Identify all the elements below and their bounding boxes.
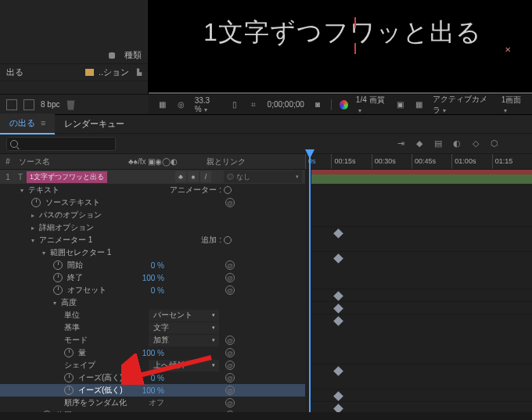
keyframe-icon[interactable] (333, 391, 343, 401)
brainstorm-icon[interactable]: ⬡ (488, 138, 501, 150)
prop-more-options[interactable]: ▸詳細オプション (0, 221, 305, 234)
value-offset[interactable]: 0 % (151, 286, 164, 295)
keyframe-icon[interactable] (333, 366, 343, 376)
keyframe-icon[interactable] (333, 316, 343, 326)
bpc-button[interactable]: 8 bpc (41, 100, 59, 109)
expression-pickwhip-icon[interactable]: @ (225, 373, 235, 382)
twirl-icon[interactable]: ▾ (20, 187, 28, 194)
layer-switches[interactable]: ♣♠/ (175, 171, 211, 182)
prop-randomize[interactable]: 順序をランダム化オフ@ (0, 397, 305, 409)
twirl-icon[interactable]: ▸ (31, 224, 39, 232)
units-dropdown[interactable]: パーセント (149, 310, 219, 321)
channel-icon[interactable] (340, 100, 348, 109)
expression-pickwhip-icon[interactable]: @ (225, 398, 235, 407)
expression-pickwhip-icon[interactable]: @ (225, 361, 235, 370)
new-comp-icon[interactable] (23, 99, 34, 110)
prop-amount[interactable]: 量100 %@ (0, 346, 305, 359)
search-input[interactable] (6, 137, 116, 151)
twirl-icon[interactable]: ▾ (31, 237, 39, 244)
twirl-icon[interactable]: ▾ (42, 249, 50, 257)
guides-icon[interactable]: ⌗ (248, 99, 259, 110)
layer-row[interactable]: 1 T 1文字ずつフワッと出る ♣♠/ ◎ なし (0, 170, 305, 184)
mode-dropdown[interactable]: 加算 (149, 335, 219, 346)
col-source[interactable]: ソース名 (16, 156, 125, 167)
project-item[interactable]: 出る ..ション ▙ (0, 64, 148, 81)
prop-units[interactable]: 単位パーセント (0, 309, 305, 321)
prop-based-on[interactable]: 基準文字 (0, 321, 305, 334)
grid-icon[interactable]: ▯ (229, 99, 240, 110)
value-ease-high[interactable]: 0 % (151, 374, 164, 382)
expression-pickwhip-icon[interactable]: @ (225, 285, 235, 295)
toggle-alpha-icon[interactable]: ▦ (156, 99, 167, 110)
current-time[interactable]: 0;00;00;00 (268, 100, 304, 109)
roi-icon[interactable]: ▣ (394, 99, 405, 110)
expression-pickwhip-icon[interactable]: @ (225, 348, 235, 357)
add-property-button[interactable]: 追加 : (201, 235, 232, 246)
keyframe-icon[interactable] (333, 228, 343, 239)
bin-icon[interactable] (6, 99, 17, 110)
prop-mode[interactable]: モード加算@ (0, 334, 305, 346)
value-ease-low[interactable]: 100 % (142, 386, 164, 395)
graph-editor-icon[interactable]: ◇ (469, 138, 482, 150)
twirl-icon[interactable]: ▾ (53, 300, 61, 307)
shape-dropdown[interactable]: 上へ傾斜 (149, 360, 219, 372)
toggle-mask-icon[interactable]: ◎ (175, 99, 186, 110)
parent-dropdown[interactable]: ◎ なし (224, 171, 302, 183)
prop-source-text[interactable]: ソーステキスト@ (0, 196, 305, 209)
timeline-toolbar: ⇥ ◆ ▤ ◐ ◇ ⬡ (0, 134, 532, 154)
zoom-dropdown[interactable]: 33.3 % (195, 96, 221, 113)
shy-icon[interactable]: ⇥ (394, 138, 407, 150)
prop-advanced[interactable]: ▾高度 (0, 296, 305, 309)
expression-pickwhip-icon[interactable]: @ (225, 273, 235, 282)
stopwatch-icon[interactable] (64, 386, 74, 395)
value-end[interactable]: 100 % (142, 274, 164, 282)
prop-offset[interactable]: オフセット0 %@ (0, 284, 305, 296)
twirl-icon[interactable]: ▸ (31, 212, 39, 219)
time-ruler[interactable]: 0s 00:15s 00:30s 00:45s 01:00s 01:15 (305, 154, 532, 170)
expression-pickwhip-icon[interactable]: @ (225, 336, 235, 345)
stopwatch-icon[interactable] (53, 273, 63, 282)
keyframe-icon[interactable] (333, 303, 343, 314)
prop-path-options[interactable]: ▸パスのオプション (0, 209, 305, 221)
comp-button-icon[interactable]: ◆ (413, 138, 426, 150)
stopwatch-icon[interactable] (31, 198, 41, 207)
stopwatch-icon[interactable] (64, 373, 74, 382)
expression-pickwhip-icon[interactable]: @ (225, 386, 235, 395)
snapshot-icon[interactable]: ◙ (312, 99, 323, 110)
track-area[interactable] (305, 170, 532, 412)
stopwatch-icon[interactable] (64, 348, 74, 357)
based-on-dropdown[interactable]: 文字 (149, 322, 219, 334)
composition-preview[interactable]: 1文字ずつフワッと出る ✕ (149, 0, 532, 94)
value-randomize[interactable]: オフ (149, 397, 164, 408)
tab-render-queue[interactable]: レンダーキュー (55, 114, 134, 134)
view-dropdown[interactable]: 1画面 (501, 95, 524, 114)
prop-animator1[interactable]: ▾アニメーター 1追加 : (0, 234, 305, 246)
prop-shape[interactable]: シェイプ上へ傾斜@ (0, 359, 305, 372)
add-animator-button[interactable]: アニメーター : (170, 185, 232, 196)
keyframe-icon[interactable] (333, 291, 343, 301)
stopwatch-icon[interactable] (53, 285, 63, 295)
camera-dropdown[interactable]: アクティブカメラ (433, 94, 494, 116)
prop-ease-high[interactable]: イーズ(高く)0 %@ (0, 372, 305, 384)
expression-pickwhip-icon[interactable]: @ (225, 198, 235, 207)
layer-name[interactable]: 1文字ずつフワッと出る (27, 171, 107, 183)
label-dot (109, 52, 115, 59)
tab-composition[interactable]: の出る ≡ (0, 113, 55, 135)
keyframe-icon[interactable] (333, 253, 343, 264)
stopwatch-icon[interactable] (53, 260, 63, 270)
expression-pickwhip-icon[interactable]: @ (225, 260, 235, 270)
value-amount[interactable]: 100 % (142, 349, 164, 357)
value-start[interactable]: 0 % (151, 261, 164, 270)
layer-duration-bar[interactable] (311, 174, 532, 184)
prop-ease-low[interactable]: イーズ(低く)100 %@ (0, 384, 305, 397)
trash-icon[interactable] (66, 99, 75, 110)
prop-range-selector[interactable]: ▾範囲セレクター 1 (0, 246, 305, 259)
motion-blur-icon[interactable]: ◐ (451, 138, 463, 150)
prop-end[interactable]: 終了100 %@ (0, 271, 305, 284)
resolution-dropdown[interactable]: 1/4 画質 (356, 95, 386, 114)
frame-blend-icon[interactable]: ▤ (432, 138, 444, 150)
prop-start[interactable]: 開始0 %@ (0, 259, 305, 271)
tab-close-icon[interactable]: ≡ (41, 118, 45, 127)
transparency-icon[interactable]: ▦ (413, 99, 424, 110)
prop-text-group[interactable]: ▾テキストアニメーター : (0, 184, 305, 196)
